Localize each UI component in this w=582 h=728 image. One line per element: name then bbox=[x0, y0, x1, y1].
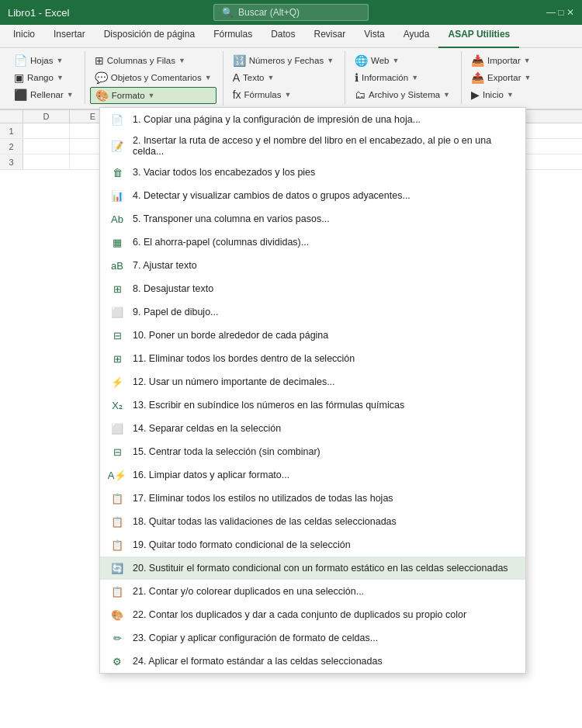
menu-item-4[interactable]: 📊4. Detectar y visualizar cambios de dat… bbox=[100, 184, 525, 207]
menu-item-17[interactable]: 📋17. Eliminar todos los estilos no utili… bbox=[100, 487, 525, 510]
btn-rellenar[interactable]: ⬛ Rellenar ▼ bbox=[9, 87, 78, 102]
menu-text-6: 6. El ahorra-papel (columnas divididas).… bbox=[133, 237, 516, 248]
menu-text-23: 23. Copiar y aplicar configuración de fo… bbox=[133, 633, 516, 643]
btn-inicio[interactable]: ▶ Inicio ▼ bbox=[466, 87, 535, 102]
columnas-icon: ⊞ bbox=[95, 54, 104, 67]
menu-icon-10: ⊟ bbox=[109, 328, 125, 343]
menu-text-21: 21. Contar y/o colorear duplicados en un… bbox=[133, 586, 516, 597]
btn-texto[interactable]: A Texto ▼ bbox=[228, 70, 338, 85]
tab-revisar[interactable]: Revisar bbox=[305, 25, 355, 48]
menu-item-9[interactable]: ⬜9. Papel de dibujo... bbox=[100, 300, 525, 324]
ribbon-group-5: 📥 Importar ▼ 📤 Exportar ▼ ▶ Inicio ▼ bbox=[463, 51, 542, 104]
menu-item-6[interactable]: ▦6. El ahorra-papel (columnas divididas)… bbox=[100, 231, 525, 254]
menu-text-2: 2. Insertar la ruta de acceso y el nombr… bbox=[133, 135, 516, 157]
menu-icon-6: ▦ bbox=[109, 234, 125, 250]
menu-icon-8: ⊞ bbox=[109, 281, 125, 296]
btn-hojas[interactable]: 📄 Hojas ▼ bbox=[9, 53, 78, 68]
rellenar-caret: ▼ bbox=[67, 91, 74, 99]
menu-item-12[interactable]: ⚡12. Usar un número importante de decima… bbox=[100, 370, 525, 393]
menu-item-5[interactable]: Ab5. Transponer una columna en varios pa… bbox=[100, 207, 525, 231]
search-box[interactable]: 🔍 Buscar (Alt+Q) bbox=[213, 4, 369, 21]
menu-text-17: 17. Eliminar todos los estilos no utiliz… bbox=[133, 493, 516, 504]
search-placeholder: Buscar (Alt+Q) bbox=[238, 7, 300, 18]
title-bar: Libro1 - Excel 🔍 Buscar (Alt+Q) — □ ✕ bbox=[0, 0, 582, 25]
menu-item-11[interactable]: ⊞11. Eliminar todos los bordes dentro de… bbox=[100, 347, 525, 370]
menu-icon-22: 🎨 bbox=[109, 607, 125, 622]
menu-icon-4: 📊 bbox=[109, 188, 125, 203]
btn-web[interactable]: 🌐 Web ▼ bbox=[350, 53, 455, 68]
menu-text-1: 1. Copiar una página y la configuración … bbox=[133, 114, 516, 125]
exportar-icon: 📤 bbox=[471, 71, 484, 84]
tab-disposicion[interactable]: Disposición de página bbox=[95, 25, 204, 48]
menu-text-14: 14. Separar celdas en la selección bbox=[133, 423, 516, 434]
menu-text-12: 12. Usar un número importante de decimal… bbox=[133, 376, 516, 387]
menu-item-21[interactable]: 📋21. Contar y/o colorear duplicados en u… bbox=[100, 580, 525, 603]
informacion-caret: ▼ bbox=[411, 74, 418, 81]
tab-inicio[interactable]: Inicio bbox=[4, 25, 44, 48]
ribbon-tabs: Inicio Insertar Disposición de página Fó… bbox=[0, 25, 582, 48]
menu-icon-3: 🗑 bbox=[109, 165, 125, 180]
menu-icon-14: ⬜ bbox=[109, 421, 125, 436]
menu-text-3: 3. Vaciar todos los encabezados y los pi… bbox=[133, 167, 516, 178]
menu-item-15[interactable]: ⊟15. Centrar toda la selección (sin comb… bbox=[100, 440, 525, 463]
tab-datos[interactable]: Datos bbox=[262, 25, 304, 48]
title-controls: — □ ✕ bbox=[369, 7, 574, 18]
tab-insertar[interactable]: Insertar bbox=[44, 25, 95, 48]
btn-columnas[interactable]: ⊞ Columnas y Filas ▼ bbox=[90, 53, 217, 68]
menu-item-16[interactable]: A⚡16. Limpiar datos y aplicar formato... bbox=[100, 463, 525, 487]
menu-item-1[interactable]: 📄1. Copiar una página y la configuración… bbox=[100, 108, 525, 131]
menu-text-16: 16. Limpiar datos y aplicar formato... bbox=[133, 470, 516, 480]
ribbon-group-3: 🔢 Números y Fechas ▼ A Texto ▼ fx Fórmul… bbox=[225, 51, 345, 104]
archivo-caret: ▼ bbox=[443, 91, 450, 99]
menu-item-19[interactable]: 📋19. Quitar todo formato condicional de … bbox=[100, 533, 525, 556]
archivo-icon: 🗂 bbox=[355, 88, 365, 101]
btn-archivo[interactable]: 🗂 Archivo y Sistema ▼ bbox=[350, 87, 455, 102]
menu-item-14[interactable]: ⬜14. Separar celdas en la selección bbox=[100, 417, 525, 440]
menu-item-2[interactable]: 📝2. Insertar la ruta de acceso y el nomb… bbox=[100, 131, 525, 161]
btn-exportar[interactable]: 📤 Exportar ▼ bbox=[466, 70, 535, 85]
web-icon: 🌐 bbox=[355, 54, 368, 67]
menu-text-11: 11. Eliminar todos los bordes dentro de … bbox=[133, 353, 516, 364]
menu-item-22[interactable]: 🎨22. Contar los duplicados y dar a cada … bbox=[100, 603, 525, 626]
btn-numeros[interactable]: 🔢 Números y Fechas ▼ bbox=[228, 53, 338, 68]
objetos-icon: 💬 bbox=[95, 71, 108, 84]
btn-formato[interactable]: 🎨 Formato ▼ bbox=[90, 87, 217, 104]
menu-text-24: 24. Aplicar el formato estándar a las ce… bbox=[133, 656, 516, 667]
btn-fxformulas[interactable]: fx Fórmulas ▼ bbox=[228, 87, 338, 102]
menu-item-24[interactable]: ⚙24. Aplicar el formato estándar a las c… bbox=[100, 650, 525, 673]
hojas-icon: 📄 bbox=[14, 54, 27, 67]
menu-item-8[interactable]: ⊞8. Desajustar texto bbox=[100, 277, 525, 300]
tab-vista[interactable]: Vista bbox=[355, 25, 393, 48]
btn-importar[interactable]: 📥 Importar ▼ bbox=[466, 53, 535, 68]
menu-item-10[interactable]: ⊟10. Poner un borde alrededor de cada pá… bbox=[100, 324, 525, 347]
menu-icon-23: ✏ bbox=[109, 630, 125, 646]
menu-item-20[interactable]: 🔄20. Sustituir el formato condicional co… bbox=[100, 556, 525, 580]
menu-icon-18: 📋 bbox=[109, 514, 125, 529]
tab-formulas[interactable]: Fórmulas bbox=[204, 25, 262, 48]
tab-asap[interactable]: ASAP Utilities bbox=[438, 25, 519, 48]
tab-ayuda[interactable]: Ayuda bbox=[394, 25, 439, 48]
menu-item-18[interactable]: 📋18. Quitar todas las validaciones de la… bbox=[100, 510, 525, 533]
menu-item-7[interactable]: aB7. Ajustar texto bbox=[100, 254, 525, 277]
formato-dropdown: 📄1. Copiar una página y la configuración… bbox=[99, 107, 526, 674]
menu-icon-24: ⚙ bbox=[109, 653, 125, 669]
menu-icon-15: ⊟ bbox=[109, 444, 125, 459]
menu-item-23[interactable]: ✏23. Copiar y aplicar configuración de f… bbox=[100, 626, 525, 650]
menu-item-3[interactable]: 🗑3. Vaciar todos los encabezados y los p… bbox=[100, 161, 525, 184]
btn-rango[interactable]: ▣ Rango ▼ bbox=[9, 70, 78, 85]
menu-item-13[interactable]: X₂13. Escribir en subíndice los números … bbox=[100, 393, 525, 417]
btn-objetos[interactable]: 💬 Objetos y Comentarios ▼ bbox=[90, 70, 217, 85]
fxformulas-caret: ▼ bbox=[284, 91, 291, 99]
row-num-header bbox=[0, 110, 23, 123]
menu-text-15: 15. Centrar toda la selección (sin combi… bbox=[133, 446, 516, 457]
menu-text-13: 13. Escribir en subíndice los números en… bbox=[133, 400, 516, 411]
search-icon: 🔍 bbox=[222, 7, 234, 18]
informacion-icon: ℹ bbox=[355, 71, 359, 84]
importar-icon: 📥 bbox=[471, 54, 484, 67]
menu-icon-12: ⚡ bbox=[109, 374, 125, 390]
texto-icon: A bbox=[233, 71, 240, 84]
ribbon-toolbar: 📄 Hojas ▼ ▣ Rango ▼ ⬛ Rellenar ▼ ⊞ Colum… bbox=[0, 48, 582, 110]
web-caret: ▼ bbox=[393, 57, 400, 64]
btn-informacion[interactable]: ℹ Información ▼ bbox=[350, 70, 455, 85]
inicio-caret: ▼ bbox=[507, 91, 514, 99]
